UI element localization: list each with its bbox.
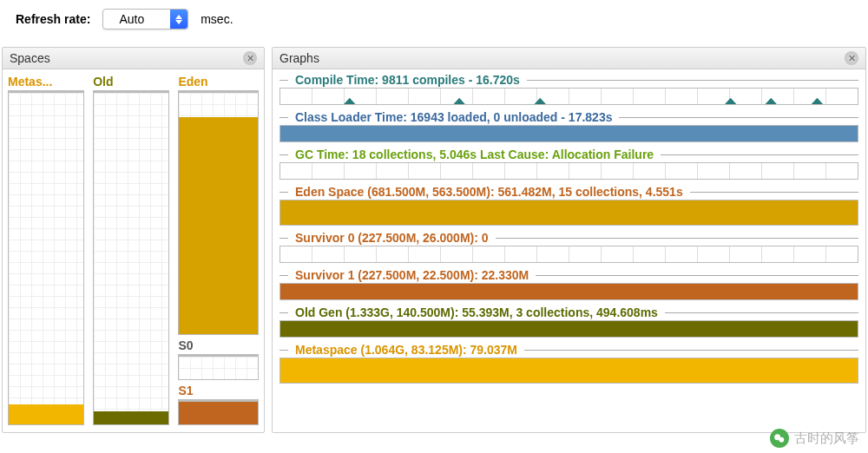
space-bar-s1[interactable] [178, 401, 259, 425]
svg-marker-5 [725, 98, 736, 104]
spaces-panel: Spaces ✕ Metas... Old Eden [2, 47, 265, 433]
graph-bar-classloader[interactable] [279, 125, 858, 142]
graphs-panel: Graphs ✕ Compile Time: 9811 compiles - 1… [272, 47, 866, 433]
graph-bar-s0[interactable] [279, 246, 858, 263]
space-bar-old[interactable] [93, 92, 169, 425]
graph-bar-metaspace[interactable] [279, 358, 858, 384]
graph-caption-classloader: Class Loader Time: 16943 loaded, 0 unloa… [279, 110, 858, 124]
graph-bar-eden[interactable] [279, 200, 858, 226]
svg-marker-6 [766, 98, 777, 104]
graph-caption-metaspace: Metaspace (1.064G, 83.125M): 79.037M [279, 343, 858, 357]
space-bar-metaspace[interactable] [8, 92, 84, 425]
svg-point-9 [779, 437, 784, 443]
spaces-body: Metas... Old Eden [3, 69, 264, 432]
space-fill-eden [179, 117, 258, 334]
space-title-metaspace: Metas... [8, 75, 84, 92]
svg-marker-3 [454, 98, 465, 104]
graph-bar-gc[interactable] [279, 162, 858, 180]
graphs-body: Compile Time: 9811 compiles - 16.720sCla… [273, 69, 865, 389]
graph-caption-gc: GC Time: 18 collections, 5.046s Last Cau… [279, 148, 858, 161]
refresh-rate-label: Refresh rate: [16, 12, 90, 26]
space-fill-old [94, 411, 168, 424]
graph-bar-compile[interactable] [279, 88, 858, 105]
graph-row-classloader: Class Loader Time: 16943 loaded, 0 unloa… [279, 110, 858, 142]
graph-row-s1: Survivor 1 (227.500M, 22.500M): 22.330M [279, 268, 858, 300]
graph-row-oldgen: Old Gen (1.333G, 140.500M): 55.393M, 3 c… [279, 305, 858, 338]
spaces-panel-title: Spaces [10, 51, 50, 65]
space-title-old: Old [93, 75, 169, 92]
graph-caption-s0: Survivor 0 (227.500M, 26.000M): 0 [279, 231, 858, 245]
space-bar-eden[interactable] [178, 92, 259, 335]
svg-marker-7 [812, 98, 823, 104]
space-fill-s1 [179, 402, 258, 424]
graphs-panel-header: Graphs ✕ [273, 48, 865, 69]
graph-row-eden: Eden Space (681.500M, 563.500M): 561.482… [279, 185, 858, 226]
space-eden-stack: Eden S0 S1 [178, 75, 259, 425]
graph-caption-oldgen: Old Gen (1.333G, 140.500M): 55.393M, 3 c… [279, 305, 858, 319]
space-bar-s0[interactable] [178, 356, 259, 380]
graph-row-s0: Survivor 0 (227.500M, 26.000M): 0 [279, 231, 858, 263]
close-icon[interactable]: ✕ [243, 51, 257, 65]
graph-bar-s1[interactable] [279, 283, 858, 300]
graph-caption-eden: Eden Space (681.500M, 563.500M): 561.482… [279, 185, 858, 199]
svg-marker-0 [175, 15, 182, 19]
graph-caption-compile: Compile Time: 9811 compiles - 16.720s [279, 73, 858, 87]
graph-row-compile: Compile Time: 9811 compiles - 16.720s [279, 73, 858, 105]
graph-row-gc: GC Time: 18 collections, 5.046s Last Cau… [279, 148, 858, 180]
svg-marker-4 [535, 98, 546, 104]
space-old: Old [93, 75, 169, 425]
svg-marker-2 [344, 98, 355, 104]
spaces-panel-header: Spaces ✕ [3, 48, 264, 69]
refresh-rate-value: Auto [103, 10, 170, 29]
svg-point-8 [774, 434, 780, 440]
space-title-s0: S0 [178, 338, 259, 356]
toolbar: Refresh rate: Auto msec. [0, 0, 868, 47]
svg-marker-1 [175, 20, 182, 24]
dropdown-caret-icon [170, 10, 187, 29]
refresh-rate-unit: msec. [201, 12, 233, 26]
close-icon[interactable]: ✕ [845, 51, 858, 65]
space-fill-metaspace [9, 404, 83, 424]
space-title-s1: S1 [178, 384, 259, 401]
graph-row-metaspace: Metaspace (1.064G, 83.125M): 79.037M [279, 343, 858, 384]
graph-caption-s1: Survivor 1 (227.500M, 22.500M): 22.330M [279, 268, 858, 282]
refresh-rate-select[interactable]: Auto [102, 9, 188, 30]
graph-bar-oldgen[interactable] [279, 320, 858, 338]
space-metaspace: Metas... [8, 75, 84, 425]
graphs-panel-title: Graphs [279, 51, 319, 65]
space-title-eden: Eden [178, 75, 259, 92]
